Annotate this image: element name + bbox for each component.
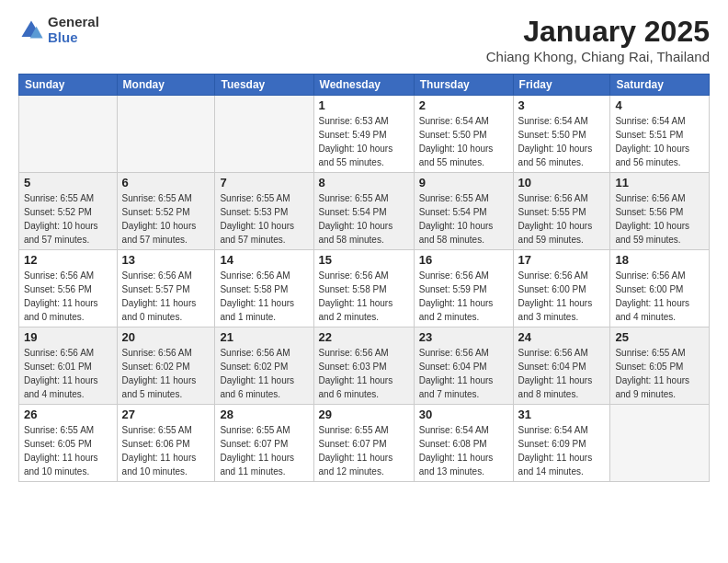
day-number: 29 xyxy=(319,408,409,421)
day-number: 19 xyxy=(24,330,112,344)
day-info: Sunrise: 6:56 AM Sunset: 6:04 PM Dayligh… xyxy=(518,346,606,401)
day-info: Sunrise: 6:55 AM Sunset: 5:52 PM Dayligh… xyxy=(24,191,112,247)
day-number: 28 xyxy=(220,408,308,421)
day-info: Sunrise: 6:56 AM Sunset: 6:00 PM Dayligh… xyxy=(615,269,704,324)
day-info: Sunrise: 6:56 AM Sunset: 5:56 PM Dayligh… xyxy=(24,269,112,324)
day-number: 1 xyxy=(319,98,409,112)
calendar-cell: 13Sunrise: 6:56 AM Sunset: 5:57 PM Dayli… xyxy=(117,250,215,327)
calendar-header-tuesday: Tuesday xyxy=(215,75,313,96)
day-number: 15 xyxy=(319,253,409,267)
calendar-cell: 3Sunrise: 6:54 AM Sunset: 5:50 PM Daylig… xyxy=(513,96,610,173)
calendar-header-row: SundayMondayTuesdayWednesdayThursdayFrid… xyxy=(19,75,710,96)
calendar-week-4: 19Sunrise: 6:56 AM Sunset: 6:01 PM Dayli… xyxy=(19,327,710,405)
day-info: Sunrise: 6:55 AM Sunset: 6:05 PM Dayligh… xyxy=(615,346,704,401)
header: General Blue January 2025 Chiang Khong, … xyxy=(18,15,710,64)
calendar-cell: 29Sunrise: 6:55 AM Sunset: 6:07 PM Dayli… xyxy=(313,405,414,482)
day-number: 16 xyxy=(419,253,508,267)
calendar-cell: 30Sunrise: 6:54 AM Sunset: 6:08 PM Dayli… xyxy=(414,405,513,482)
main-title: January 2025 xyxy=(486,15,710,49)
day-number: 12 xyxy=(24,253,112,267)
calendar-cell: 18Sunrise: 6:56 AM Sunset: 6:00 PM Dayli… xyxy=(610,250,710,327)
day-number: 20 xyxy=(122,330,210,344)
calendar-cell: 16Sunrise: 6:56 AM Sunset: 5:59 PM Dayli… xyxy=(414,250,513,327)
calendar-cell: 9Sunrise: 6:55 AM Sunset: 5:54 PM Daylig… xyxy=(414,173,513,250)
day-number: 22 xyxy=(319,330,409,344)
day-info: Sunrise: 6:55 AM Sunset: 5:53 PM Dayligh… xyxy=(220,191,308,247)
calendar-week-1: 1Sunrise: 6:53 AM Sunset: 5:49 PM Daylig… xyxy=(19,96,710,173)
day-info: Sunrise: 6:53 AM Sunset: 5:49 PM Dayligh… xyxy=(319,114,409,169)
day-info: Sunrise: 6:55 AM Sunset: 6:07 PM Dayligh… xyxy=(220,423,308,478)
day-number: 25 xyxy=(615,330,704,344)
calendar-cell xyxy=(215,96,313,173)
day-info: Sunrise: 6:54 AM Sunset: 6:09 PM Dayligh… xyxy=(518,423,606,478)
day-info: Sunrise: 6:55 AM Sunset: 6:05 PM Dayligh… xyxy=(24,423,112,478)
day-info: Sunrise: 6:56 AM Sunset: 6:02 PM Dayligh… xyxy=(220,346,308,401)
calendar-cell: 21Sunrise: 6:56 AM Sunset: 6:02 PM Dayli… xyxy=(215,327,313,405)
day-number: 30 xyxy=(419,408,508,421)
day-number: 31 xyxy=(518,408,606,421)
logo-text: General Blue xyxy=(48,15,99,45)
calendar-cell xyxy=(19,96,118,173)
day-info: Sunrise: 6:56 AM Sunset: 5:58 PM Dayligh… xyxy=(220,269,308,324)
day-info: Sunrise: 6:56 AM Sunset: 5:58 PM Dayligh… xyxy=(319,269,409,324)
calendar-cell: 6Sunrise: 6:55 AM Sunset: 5:52 PM Daylig… xyxy=(117,173,215,250)
day-number: 21 xyxy=(220,330,308,344)
day-info: Sunrise: 6:54 AM Sunset: 5:50 PM Dayligh… xyxy=(518,114,606,169)
calendar-cell xyxy=(610,405,710,482)
calendar-header-thursday: Thursday xyxy=(414,75,513,96)
calendar-cell: 17Sunrise: 6:56 AM Sunset: 6:00 PM Dayli… xyxy=(513,250,610,327)
day-number: 17 xyxy=(518,253,606,267)
calendar-week-3: 12Sunrise: 6:56 AM Sunset: 5:56 PM Dayli… xyxy=(19,250,710,327)
calendar-cell: 10Sunrise: 6:56 AM Sunset: 5:55 PM Dayli… xyxy=(513,173,610,250)
day-number: 4 xyxy=(615,98,704,112)
calendar-cell: 8Sunrise: 6:55 AM Sunset: 5:54 PM Daylig… xyxy=(313,173,414,250)
day-number: 13 xyxy=(122,253,210,267)
day-number: 18 xyxy=(615,253,704,267)
day-info: Sunrise: 6:55 AM Sunset: 5:52 PM Dayligh… xyxy=(122,191,210,247)
calendar-cell: 27Sunrise: 6:55 AM Sunset: 6:06 PM Dayli… xyxy=(117,405,215,482)
page: General Blue January 2025 Chiang Khong, … xyxy=(0,0,728,563)
day-number: 23 xyxy=(419,330,508,344)
day-info: Sunrise: 6:56 AM Sunset: 5:56 PM Dayligh… xyxy=(615,191,704,247)
calendar-cell: 2Sunrise: 6:54 AM Sunset: 5:50 PM Daylig… xyxy=(414,96,513,173)
calendar-header-friday: Friday xyxy=(513,75,610,96)
day-info: Sunrise: 6:54 AM Sunset: 6:08 PM Dayligh… xyxy=(419,423,508,478)
calendar-cell: 24Sunrise: 6:56 AM Sunset: 6:04 PM Dayli… xyxy=(513,327,610,405)
title-block: January 2025 Chiang Khong, Chiang Rai, T… xyxy=(486,15,710,64)
calendar-cell: 20Sunrise: 6:56 AM Sunset: 6:02 PM Dayli… xyxy=(117,327,215,405)
day-info: Sunrise: 6:56 AM Sunset: 6:03 PM Dayligh… xyxy=(319,346,409,401)
day-number: 27 xyxy=(122,408,210,421)
day-number: 2 xyxy=(419,98,508,112)
day-number: 3 xyxy=(518,98,606,112)
calendar-cell: 7Sunrise: 6:55 AM Sunset: 5:53 PM Daylig… xyxy=(215,173,313,250)
calendar-header-saturday: Saturday xyxy=(610,75,710,96)
day-number: 8 xyxy=(319,176,409,190)
calendar-cell: 26Sunrise: 6:55 AM Sunset: 6:05 PM Dayli… xyxy=(19,405,118,482)
logo-general: General xyxy=(48,15,99,30)
day-info: Sunrise: 6:56 AM Sunset: 6:02 PM Dayligh… xyxy=(122,346,210,401)
calendar-cell: 5Sunrise: 6:55 AM Sunset: 5:52 PM Daylig… xyxy=(19,173,118,250)
day-number: 6 xyxy=(122,176,210,190)
day-info: Sunrise: 6:55 AM Sunset: 6:07 PM Dayligh… xyxy=(319,423,409,478)
logo-icon xyxy=(18,17,44,43)
calendar-cell: 25Sunrise: 6:55 AM Sunset: 6:05 PM Dayli… xyxy=(610,327,710,405)
calendar-cell: 11Sunrise: 6:56 AM Sunset: 5:56 PM Dayli… xyxy=(610,173,710,250)
day-info: Sunrise: 6:56 AM Sunset: 6:01 PM Dayligh… xyxy=(24,346,112,401)
calendar-week-2: 5Sunrise: 6:55 AM Sunset: 5:52 PM Daylig… xyxy=(19,173,710,250)
day-info: Sunrise: 6:56 AM Sunset: 6:04 PM Dayligh… xyxy=(419,346,508,401)
day-info: Sunrise: 6:56 AM Sunset: 6:00 PM Dayligh… xyxy=(518,269,606,324)
calendar-cell: 1Sunrise: 6:53 AM Sunset: 5:49 PM Daylig… xyxy=(313,96,414,173)
day-number: 24 xyxy=(518,330,606,344)
calendar-cell: 23Sunrise: 6:56 AM Sunset: 6:04 PM Dayli… xyxy=(414,327,513,405)
day-info: Sunrise: 6:56 AM Sunset: 5:57 PM Dayligh… xyxy=(122,269,210,324)
calendar-cell: 12Sunrise: 6:56 AM Sunset: 5:56 PM Dayli… xyxy=(19,250,118,327)
day-info: Sunrise: 6:55 AM Sunset: 6:06 PM Dayligh… xyxy=(122,423,210,478)
logo: General Blue xyxy=(18,15,99,45)
day-info: Sunrise: 6:56 AM Sunset: 5:59 PM Dayligh… xyxy=(419,269,508,324)
calendar-week-5: 26Sunrise: 6:55 AM Sunset: 6:05 PM Dayli… xyxy=(19,405,710,482)
subtitle: Chiang Khong, Chiang Rai, Thailand xyxy=(486,49,710,64)
calendar-cell xyxy=(117,96,215,173)
calendar-cell: 4Sunrise: 6:54 AM Sunset: 5:51 PM Daylig… xyxy=(610,96,710,173)
day-info: Sunrise: 6:55 AM Sunset: 5:54 PM Dayligh… xyxy=(319,191,409,247)
day-number: 11 xyxy=(615,176,704,190)
